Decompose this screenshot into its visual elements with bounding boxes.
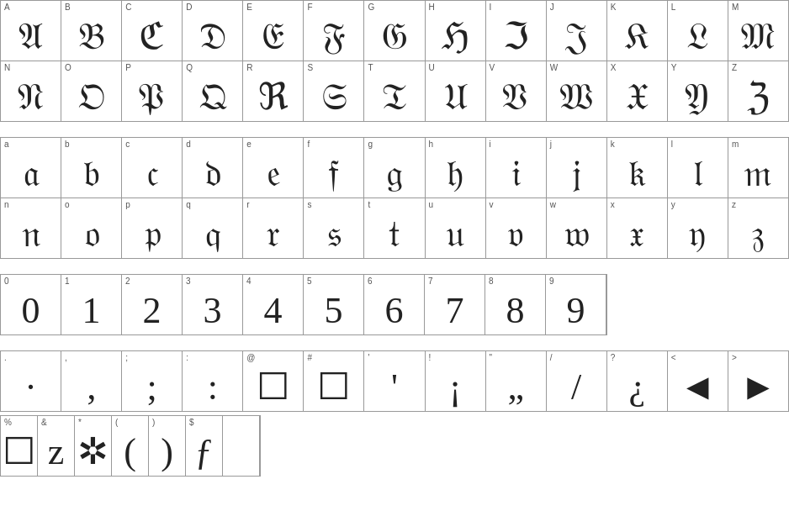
- grid-cell[interactable]: m𝔪: [728, 138, 789, 198]
- grid-cell[interactable]: D𝔇: [183, 1, 243, 61]
- grid-cell[interactable]: q𝔮: [183, 198, 243, 259]
- cell-character: 𝔷: [751, 216, 765, 253]
- grid-cell[interactable]: ;;: [122, 351, 183, 412]
- grid-cell[interactable]: u𝔲: [426, 198, 486, 259]
- grid-cell[interactable]: w𝔴: [547, 198, 607, 259]
- grid-cell[interactable]: x𝔵: [607, 198, 668, 259]
- grid-cell[interactable]: 22: [122, 275, 183, 335]
- grid-cell[interactable]: G𝔊: [364, 1, 425, 61]
- cell-character: 𝔶: [688, 216, 707, 253]
- grid-cell[interactable]: $ƒ: [186, 416, 223, 477]
- grid-cell[interactable]: t𝔱: [364, 198, 425, 259]
- grid-cell[interactable]: W𝔚: [547, 61, 607, 122]
- grid-cell[interactable]: Iℑ: [486, 1, 547, 61]
- grid-cell[interactable]: <◄: [668, 351, 728, 412]
- cell-label: %: [4, 419, 12, 427]
- grid-cell[interactable]: g𝔤: [364, 138, 425, 198]
- grid-cell[interactable]: l𝔩: [668, 138, 728, 198]
- grid-cell[interactable]: 00: [1, 275, 61, 335]
- grid-cell[interactable]: r𝔯: [243, 198, 304, 259]
- grid-cell[interactable]: B𝔅: [61, 1, 122, 61]
- cell-character: 9: [567, 292, 585, 329]
- grid-cell[interactable]: )): [149, 416, 186, 477]
- grid-cell[interactable]: N𝔑: [1, 61, 61, 122]
- cell-character: ': [391, 369, 398, 406]
- cell-character: ¡: [449, 369, 462, 406]
- cell-label: P: [125, 64, 131, 72]
- grid-cell[interactable]: &z: [38, 416, 75, 477]
- grid-cell[interactable]: V𝔙: [486, 61, 547, 122]
- grid-cell[interactable]: o𝔬: [61, 198, 122, 259]
- grid-cell[interactable]: 11: [61, 275, 122, 335]
- grid-cell[interactable]: O𝔒: [61, 61, 122, 122]
- grid-cell[interactable]: e𝔢: [243, 138, 304, 198]
- grid-cell[interactable]: F𝔉: [304, 1, 364, 61]
- grid-cell[interactable]: '': [364, 351, 425, 412]
- grid-cell[interactable]: p𝔭: [122, 198, 183, 259]
- grid-cell[interactable]: S𝔖: [304, 61, 364, 122]
- grid-cell[interactable]: z𝔷: [728, 198, 789, 259]
- grid-cell[interactable]: U𝔘: [426, 61, 486, 122]
- grid-cell[interactable]: Zℨ: [728, 61, 789, 122]
- cell-label: W: [550, 64, 558, 72]
- grid-cell[interactable]: ((: [112, 416, 149, 477]
- grid-cell[interactable]: h𝔥: [426, 138, 486, 198]
- grid-cell[interactable]: Y𝔜: [668, 61, 728, 122]
- cell-character: 𝔎: [625, 18, 649, 55]
- grid-cell[interactable]: d𝔡: [183, 138, 243, 198]
- cell-label: G: [368, 3, 374, 12]
- grid-cell[interactable]: a𝔞: [1, 138, 61, 198]
- grid-cell[interactable]: n𝔫: [1, 198, 61, 259]
- grid-cell[interactable]: E𝔈: [243, 1, 304, 61]
- grid-cell[interactable]: [223, 416, 260, 477]
- grid-cell[interactable]: Rℜ: [243, 61, 304, 122]
- grid-cell[interactable]: 44: [243, 275, 304, 335]
- grid-cell[interactable]: .·: [1, 351, 61, 412]
- grid-cell[interactable]: k𝔨: [607, 138, 668, 198]
- grid-cell[interactable]: P𝔓: [122, 61, 183, 122]
- cell-character: 𝔡: [204, 155, 221, 192]
- grid-cell[interactable]: ?¿: [607, 351, 668, 412]
- grid-cell[interactable]: %☐: [1, 416, 38, 477]
- grid-cell[interactable]: Cℭ: [122, 1, 183, 61]
- grid-cell[interactable]: L𝔏: [668, 1, 728, 61]
- grid-cell[interactable]: A𝔄: [1, 1, 61, 61]
- grid-cell[interactable]: !¡: [426, 351, 486, 412]
- grid-cell[interactable]: b𝔟: [61, 138, 122, 198]
- cell-character: 𝔧: [572, 155, 581, 192]
- cell-character: :: [208, 369, 218, 406]
- grid-cell[interactable]: Q𝔔: [183, 61, 243, 122]
- grid-cell[interactable]: v𝔳: [486, 198, 547, 259]
- grid-cell[interactable]: j𝔧: [547, 138, 607, 198]
- cell-label: A: [4, 3, 10, 12]
- grid-cell[interactable]: 33: [183, 275, 243, 335]
- cell-label: O: [65, 64, 71, 72]
- grid-cell[interactable]: J𝔍: [547, 1, 607, 61]
- grid-cell[interactable]: ,‚: [61, 351, 122, 412]
- grid-cell[interactable]: 66: [364, 275, 425, 335]
- grid-cell[interactable]: //: [547, 351, 607, 412]
- grid-cell[interactable]: f𝔣: [304, 138, 364, 198]
- grid-cell[interactable]: s𝔰: [304, 198, 364, 259]
- grid-cell[interactable]: y𝔶: [668, 198, 728, 259]
- grid-cell[interactable]: c𝔠: [122, 138, 183, 198]
- grid-cell[interactable]: 77: [425, 275, 485, 335]
- grid-cell[interactable]: M𝔐: [728, 1, 789, 61]
- grid-cell[interactable]: T𝔗: [364, 61, 425, 122]
- grid-cell[interactable]: *✲: [75, 416, 112, 477]
- grid-cell[interactable]: i𝔦: [486, 138, 547, 198]
- lowercase-grid: a𝔞b𝔟c𝔠d𝔡e𝔢f𝔣g𝔤h𝔥i𝔦j𝔧k𝔨l𝔩m𝔪n𝔫o𝔬p𝔭q𝔮r𝔯s𝔰t𝔱…: [0, 137, 789, 259]
- grid-cell[interactable]: @☐: [243, 351, 304, 412]
- grid-cell[interactable]: >►: [728, 351, 789, 412]
- grid-cell[interactable]: 55: [304, 275, 364, 335]
- grid-cell[interactable]: K𝔎: [607, 1, 668, 61]
- grid-cell[interactable]: 99: [546, 275, 606, 335]
- grid-cell[interactable]: X𝔛: [607, 61, 668, 122]
- grid-cell[interactable]: #☐: [304, 351, 364, 412]
- grid-cell[interactable]: Hℌ: [426, 1, 486, 61]
- cell-label: D: [186, 3, 192, 12]
- grid-cell[interactable]: "„: [486, 351, 547, 412]
- grid-cell[interactable]: 88: [485, 275, 546, 335]
- grid-cell[interactable]: ::: [183, 351, 243, 412]
- cell-label: L: [671, 3, 676, 12]
